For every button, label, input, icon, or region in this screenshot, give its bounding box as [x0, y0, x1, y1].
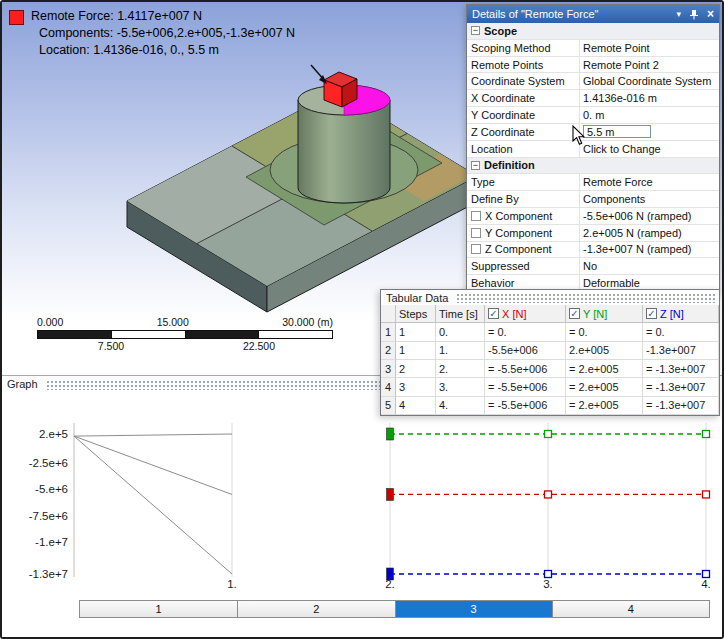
table-cell[interactable]: = -5.5e+006 — [485, 397, 566, 415]
ruler-label-q1: 7.500 — [98, 340, 124, 352]
step-cell-1[interactable]: 1 — [80, 601, 237, 617]
details-label: Define By — [467, 191, 580, 207]
tabular-table: StepsTime [s]✓X [N]✓Y [N]✓Z [N]110.= 0.=… — [381, 305, 719, 415]
details-panel: Details of "Remote Force" ▾ × −ScopeScop… — [466, 4, 720, 293]
ramp-line — [74, 436, 232, 574]
details-section-row: −Definition — [467, 158, 719, 175]
details-value[interactable]: Global Coordinate System — [580, 73, 719, 89]
details-label: Location — [467, 141, 580, 157]
details-value[interactable]: Components — [580, 191, 719, 207]
table-cell[interactable]: = -1.3e+007 — [643, 360, 719, 378]
current-step-marker — [387, 488, 394, 500]
details-panel-title: Details of "Remote Force" — [472, 8, 676, 20]
ruler-segment — [111, 331, 185, 338]
details-row: SuppressedNo — [467, 258, 719, 275]
table-cell[interactable]: 0. — [436, 323, 485, 341]
step-cell-2[interactable]: 2 — [237, 601, 394, 617]
details-value[interactable]: Remote Force — [580, 174, 719, 190]
tabular-data-panel: Tabular Data StepsTime [s]✓X [N]✓Y [N]✓Z… — [380, 289, 720, 416]
details-row: LocationClick to Change — [467, 141, 719, 158]
details-title-bar[interactable]: Details of "Remote Force" ▾ × — [467, 5, 719, 23]
x-tick-label: 1. — [227, 578, 237, 590]
details-value[interactable]: -5.5e+006 N (ramped) — [580, 208, 719, 224]
table-cell[interactable]: = -1.3e+007 — [643, 378, 719, 396]
table-cell[interactable]: 4 — [396, 397, 436, 415]
tabular-header-cell[interactable] — [381, 305, 396, 323]
component-checkbox[interactable] — [471, 228, 481, 238]
table-cell[interactable]: -1.3e+007 — [643, 342, 719, 360]
step-marker — [703, 571, 710, 578]
x-tick-label: 4. — [701, 578, 711, 590]
component-checkbox[interactable] — [471, 244, 481, 254]
table-cell[interactable]: = 0. — [485, 323, 566, 341]
component-checkbox[interactable] — [471, 211, 481, 221]
tabular-header-cell[interactable]: ✓Z [N] — [643, 305, 719, 323]
ruler-segment — [38, 331, 111, 338]
y-tick-label: -1.e+7 — [35, 536, 68, 548]
table-cell[interactable]: 4. — [436, 397, 485, 415]
details-row: X Component-5.5e+006 N (ramped) — [467, 208, 719, 225]
details-row: Remote PointsRemote Point 2 — [467, 57, 719, 74]
table-cell[interactable]: = -5.5e+006 — [485, 378, 566, 396]
tabular-panel-title: Tabular Data — [381, 292, 454, 304]
column-checkbox[interactable]: ✓ — [488, 308, 499, 319]
details-row: Y Coordinate0. m — [467, 107, 719, 124]
tabular-header-cell[interactable]: Steps — [396, 305, 436, 323]
collapse-icon[interactable]: − — [471, 161, 480, 170]
details-value[interactable]: 0. m — [580, 107, 719, 123]
details-label: Scoping Method — [467, 40, 580, 56]
tabular-header-bar[interactable]: Tabular Data — [381, 290, 719, 305]
column-checkbox[interactable]: ✓ — [569, 308, 580, 319]
details-value[interactable]: -1.3e+007 N (ramped) — [580, 242, 719, 258]
details-value[interactable]: Remote Point 2 — [580, 57, 719, 73]
details-value[interactable]: Remote Point — [580, 40, 719, 56]
table-cell[interactable]: = -5.5e+006 — [485, 360, 566, 378]
table-cell[interactable]: 1. — [436, 342, 485, 360]
table-cell[interactable]: 1 — [396, 323, 436, 341]
details-row: TypeRemote Force — [467, 174, 719, 191]
tabular-header-cell[interactable]: ✓X [N] — [485, 305, 566, 323]
annotation-line-title: Remote Force: 1.4117e+007 N — [31, 8, 295, 25]
details-value[interactable]: No — [580, 258, 719, 274]
step-marker — [703, 491, 710, 498]
table-cell[interactable]: = 0. — [566, 323, 643, 341]
close-icon[interactable]: × — [707, 8, 714, 20]
tabular-header-cell[interactable]: Time [s] — [436, 305, 485, 323]
details-value[interactable]: 5.5 m — [580, 124, 719, 140]
step-marker — [545, 431, 552, 438]
y-tick-label: -1.3e+7 — [29, 568, 68, 580]
annotation-line-components: Components: -5.5e+006,2.e+005,-1.3e+007 … — [31, 25, 295, 42]
column-checkbox[interactable]: ✓ — [646, 308, 657, 319]
details-value[interactable]: 2.e+005 N (ramped) — [580, 225, 719, 241]
ruler-label-q3: 22.500 — [243, 340, 275, 352]
tabular-header-cell[interactable]: ✓Y [N] — [566, 305, 643, 323]
pane-menu-icon[interactable]: ▾ — [676, 10, 681, 19]
table-cell[interactable]: 1 — [396, 342, 436, 360]
table-cell[interactable]: 2.e+005 — [566, 342, 643, 360]
details-label: Y Coordinate — [467, 107, 580, 123]
ansys-mechanical-window: Remote Force: 1.4117e+007 N Components: … — [0, 0, 724, 639]
table-cell[interactable]: 3 — [396, 378, 436, 396]
details-value[interactable]: Click to Change — [580, 141, 719, 157]
step-cell-3[interactable]: 3 — [395, 601, 552, 617]
details-edit-field[interactable]: 5.5 m — [583, 125, 651, 138]
table-cell[interactable]: = 2.e+005 — [566, 378, 643, 396]
table-cell[interactable]: 3. — [436, 378, 485, 396]
table-cell[interactable]: -5.5e+006 — [485, 342, 566, 360]
table-cell[interactable]: = -1.3e+007 — [643, 397, 719, 415]
ruler-segment — [258, 331, 332, 338]
y-tick-label: -5.e+6 — [35, 483, 68, 495]
table-cell[interactable]: 2 — [396, 360, 436, 378]
table-cell[interactable]: 2. — [436, 360, 485, 378]
details-label: Coordinate System — [467, 73, 580, 89]
table-cell[interactable]: = 2.e+005 — [566, 397, 643, 415]
table-cell[interactable]: = 2.e+005 — [566, 360, 643, 378]
step-cell-4[interactable]: 4 — [552, 601, 709, 617]
details-row: Z Component-1.3e+007 N (ramped) — [467, 242, 719, 259]
details-value[interactable]: 1.4136e-016 m — [580, 90, 719, 106]
collapse-icon[interactable]: − — [471, 26, 480, 35]
pin-icon[interactable] — [689, 9, 699, 20]
details-label: X Coordinate — [467, 90, 580, 106]
table-cell[interactable]: = 0. — [643, 323, 719, 341]
model-3d[interactable] — [87, 38, 487, 323]
